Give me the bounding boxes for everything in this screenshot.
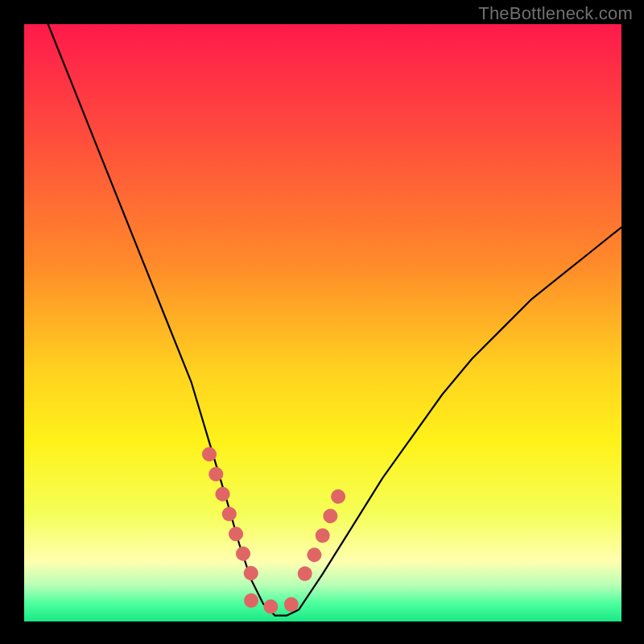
bottleneck-chart [0,0,644,644]
watermark-text: TheBottleneck.com [478,3,633,24]
chart-frame: TheBottleneck.com [0,0,644,644]
